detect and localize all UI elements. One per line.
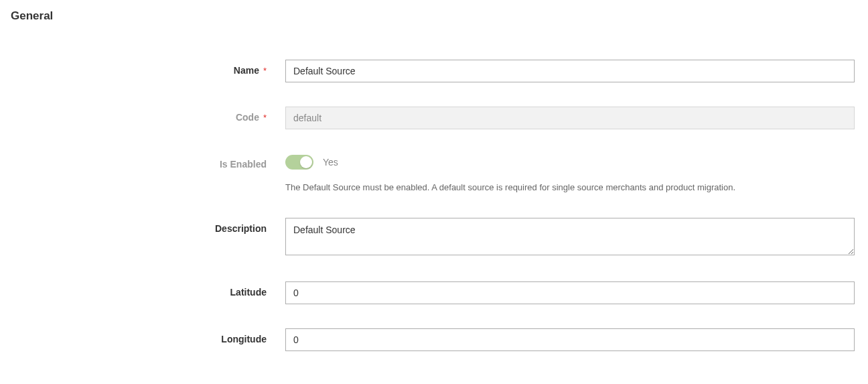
- field-col-name: [285, 60, 861, 82]
- toggle-knob-icon: [300, 156, 312, 168]
- row-is-enabled: Is Enabled Yes The Default Source must b…: [7, 153, 861, 194]
- required-icon: *: [263, 66, 267, 76]
- label-col-is-enabled: Is Enabled: [7, 153, 285, 170]
- label-col-description: Description: [7, 218, 285, 234]
- name-label: Name: [234, 65, 259, 76]
- label-col-name: Name*: [7, 60, 285, 76]
- field-col-code: [285, 107, 861, 129]
- is-enabled-toggle-text: Yes: [323, 157, 338, 168]
- field-col-latitude: [285, 281, 861, 304]
- code-input: [285, 107, 855, 129]
- label-col-latitude: Latitude: [7, 281, 285, 298]
- field-col-is-enabled: Yes The Default Source must be enabled. …: [285, 153, 861, 194]
- latitude-label: Latitude: [230, 287, 267, 298]
- is-enabled-help-text: The Default Source must be enabled. A de…: [285, 182, 855, 194]
- row-name: Name*: [7, 60, 861, 82]
- description-textarea[interactable]: Default Source: [285, 218, 855, 255]
- row-description: Description Default Source: [7, 218, 861, 257]
- row-latitude: Latitude: [7, 281, 861, 304]
- section-title: General: [7, 9, 861, 23]
- longitude-input[interactable]: [285, 328, 855, 351]
- is-enabled-toggle: [285, 155, 313, 170]
- field-col-description: Default Source: [285, 218, 861, 257]
- label-col-longitude: Longitude: [7, 328, 285, 344]
- required-icon: *: [263, 113, 267, 123]
- label-col-code: Code*: [7, 107, 285, 123]
- row-code: Code*: [7, 107, 861, 129]
- row-longitude: Longitude: [7, 328, 861, 351]
- longitude-label: Longitude: [221, 334, 267, 344]
- name-input[interactable]: [285, 60, 855, 82]
- description-label: Description: [215, 223, 267, 234]
- toggle-wrapper: Yes: [285, 153, 855, 170]
- code-label: Code: [236, 112, 259, 123]
- latitude-input[interactable]: [285, 281, 855, 304]
- field-col-longitude: [285, 328, 861, 351]
- is-enabled-label: Is Enabled: [220, 159, 267, 170]
